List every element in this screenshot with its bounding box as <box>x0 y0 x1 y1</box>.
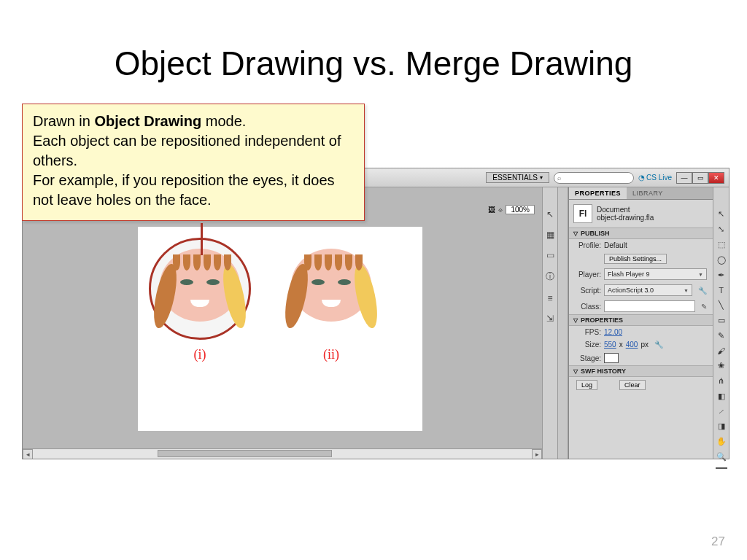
tool-info-icon[interactable]: ⓘ <box>546 271 554 283</box>
right-tool-strip: ↖ ⤡ ⬚ ◯ ✒ T ╲ ▭ ✎ 🖌 ❀ ⋔ ◧ ⟋ ◨ ✋ 🔍 <box>713 187 729 459</box>
swf-clear-button[interactable]: Clear <box>619 380 646 390</box>
rect-tool-icon[interactable]: ▭ <box>716 316 727 325</box>
minimize-button[interactable]: — <box>676 172 692 184</box>
symbol-icon[interactable]: ⟐ <box>498 206 503 214</box>
section-properties[interactable]: PROPERTIES <box>569 314 713 326</box>
callout-connector-line <box>201 223 203 255</box>
zoom-value[interactable]: 100% <box>506 205 535 214</box>
tab-library[interactable]: LIBRARY <box>627 187 669 199</box>
swf-log-button[interactable]: Log <box>576 380 597 390</box>
hand-tool-icon[interactable]: ✋ <box>716 437 727 446</box>
section-swf-history[interactable]: SWF HISTORY <box>569 365 713 377</box>
doc-type-label: Document <box>597 206 654 214</box>
publish-settings-button[interactable]: Publish Settings... <box>604 254 667 264</box>
close-button[interactable]: ✕ <box>708 172 724 184</box>
callout-text-2: Each object can be repositioned independ… <box>33 133 341 168</box>
callout-text-1b: mode. <box>201 113 246 129</box>
line-tool-icon[interactable]: ╲ <box>716 300 727 310</box>
size-unit: px <box>640 341 649 349</box>
properties-panel: PROPERTIES LIBRARY Fl Document object-dr… <box>568 187 713 459</box>
bone-tool-icon[interactable]: ⋔ <box>716 376 727 386</box>
stage-color-swatch[interactable] <box>604 353 619 363</box>
zoom-controls: 🖼 ⟐ 100% <box>488 205 535 214</box>
tool-pointer-icon[interactable]: ↖ <box>546 209 554 219</box>
class-input[interactable] <box>604 300 695 312</box>
text-tool-icon[interactable]: T <box>716 286 727 295</box>
fill-color-swatch[interactable] <box>716 467 727 469</box>
eraser-tool-icon[interactable]: ◨ <box>716 421 727 431</box>
pencil-icon[interactable]: ✎ <box>701 303 707 311</box>
profile-label: Profile: <box>575 241 601 249</box>
label-i: (i) <box>160 347 240 362</box>
wrench-icon-2[interactable]: 🔧 <box>654 341 663 349</box>
horizontal-scrollbar[interactable]: ◂▸ <box>23 448 542 459</box>
fps-label: FPS: <box>575 328 601 336</box>
tool-align-icon[interactable]: ≡ <box>547 293 552 303</box>
cslive-button[interactable]: CS Live <box>638 174 672 182</box>
stage-canvas[interactable]: (i) (ii) <box>138 227 422 431</box>
slide-title: Object Drawing vs. Merge Drawing <box>0 44 747 83</box>
canvas-region[interactable]: 🖼 ⟐ 100% (i) <box>23 187 542 459</box>
eyedrop-tool-icon[interactable]: ⟋ <box>716 407 727 416</box>
size-x: x <box>619 341 623 349</box>
profile-value: Default <box>604 241 627 249</box>
stage-label: Stage: <box>575 354 601 362</box>
fps-value[interactable]: 12.00 <box>604 328 622 336</box>
section-publish[interactable]: PUBLISH <box>569 228 713 239</box>
workspace-selector[interactable]: ESSENTIALS <box>486 172 549 183</box>
scene-icon[interactable]: 🖼 <box>488 206 495 214</box>
class-label: Class: <box>575 303 601 311</box>
selection-tool-icon[interactable]: ↖ <box>716 209 727 219</box>
player-label: Player: <box>575 271 601 279</box>
callout-text-1a: Drawn in <box>33 113 94 129</box>
tool-doc-icon[interactable]: ▭ <box>546 250 554 260</box>
transform-tool-icon[interactable]: ⬚ <box>716 240 727 249</box>
script-label: Script: <box>575 287 601 295</box>
callout-text-3: For example, if you reposition the eyes,… <box>33 172 335 208</box>
bucket-tool-icon[interactable]: ◧ <box>716 392 727 401</box>
maximize-button[interactable]: ▭ <box>692 172 708 184</box>
explanation-callout: Drawn in Object Drawing mode. Each objec… <box>22 104 365 221</box>
deco-tool-icon[interactable]: ❀ <box>716 361 727 370</box>
tool-grid-icon[interactable]: ▦ <box>546 230 554 240</box>
callout-text-bold: Object Drawing <box>94 113 201 129</box>
window-controls: — ▭ ✕ <box>676 172 724 184</box>
tool-transform-icon[interactable]: ⇲ <box>546 314 554 324</box>
pen-tool-icon[interactable]: ✒ <box>716 271 727 280</box>
script-select[interactable]: ActionScript 3.0 <box>604 284 692 296</box>
brush-tool-icon[interactable]: 🖌 <box>716 346 727 355</box>
size-w[interactable]: 550 <box>604 341 616 349</box>
lasso-tool-icon[interactable]: ◯ <box>716 255 727 265</box>
wrench-icon[interactable]: 🔧 <box>698 287 707 295</box>
drawing-merge-mode: (ii) <box>291 249 371 322</box>
tab-properties[interactable]: PROPERTIES <box>569 187 627 199</box>
drawing-object-mode: (i) <box>160 249 240 322</box>
label-ii: (ii) <box>291 347 371 362</box>
pencil-tool-icon[interactable]: ✎ <box>716 331 727 341</box>
mid-tool-column: ↖ ▦ ▭ ⓘ ≡ ⇲ <box>542 187 558 459</box>
panel-collapse-bar[interactable] <box>558 187 568 459</box>
doc-filename: object-drawing.fla <box>597 214 654 222</box>
subselect-tool-icon[interactable]: ⤡ <box>716 225 727 234</box>
size-label: Size: <box>575 341 601 349</box>
search-input[interactable] <box>554 172 634 184</box>
zoom-tool-icon[interactable]: 🔍 <box>716 452 727 462</box>
size-h[interactable]: 400 <box>626 341 638 349</box>
page-number: 27 <box>711 534 725 549</box>
document-icon: Fl <box>573 204 592 223</box>
player-select[interactable]: Flash Player 9 <box>604 268 707 280</box>
